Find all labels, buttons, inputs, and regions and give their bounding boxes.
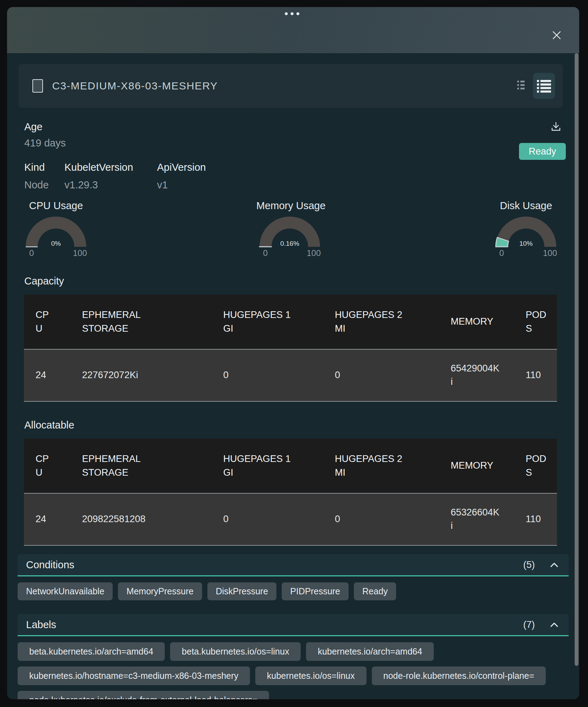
- api-version-value: v1: [157, 179, 206, 191]
- conditions-count: (5): [523, 559, 535, 570]
- allocatable-table-header: CPU EPHEMERAL STORAGE HUGEPAGES 1 GI HUG…: [24, 439, 557, 493]
- capacity-hugepages-2mi: 0: [335, 369, 340, 382]
- allocatable-memory: 65326604Ki: [451, 506, 501, 533]
- condition-chip: NetworkUnavailable: [18, 582, 113, 600]
- col-pods: PODS: [526, 308, 547, 336]
- capacity-pods: 110: [526, 369, 541, 382]
- labels-title: Labels: [26, 619, 523, 631]
- conditions-section-header[interactable]: Conditions (5): [18, 554, 569, 576]
- memory-gauge-max: 100: [307, 248, 321, 258]
- age-label: Age: [24, 121, 569, 133]
- compact-list-icon: [517, 80, 526, 92]
- node-title-card: C3-MEDIUM-X86-03-MESHERY: [19, 64, 563, 108]
- labels-collapse-button[interactable]: [548, 620, 560, 629]
- label-chip: node-role.kubernetes.io/control-plane=: [372, 667, 546, 685]
- modal-header: •••: [7, 7, 579, 53]
- node-title: C3-MEDIUM-X86-03-MESHERY: [52, 80, 218, 92]
- col-ephemeral-storage: EPHEMERAL STORAGE: [82, 452, 154, 480]
- close-icon: [551, 30, 562, 40]
- download-icon: [550, 121, 562, 132]
- allocatable-table: CPU EPHEMERAL STORAGE HUGEPAGES 1 GI HUG…: [24, 439, 557, 546]
- detailed-view-button[interactable]: [533, 73, 555, 99]
- meta-fields-row: Kind Node KubeletVersion v1.29.3 ApiVers…: [24, 162, 569, 191]
- labels-section-header[interactable]: Labels (7): [18, 614, 569, 636]
- chevron-up-icon: [550, 563, 558, 567]
- conditions-collapse-button[interactable]: [548, 560, 560, 569]
- capacity-title: Capacity: [24, 275, 569, 287]
- kubelet-version-value: v1.29.3: [64, 179, 157, 191]
- condition-chip: PIDPressure: [282, 582, 349, 600]
- label-chip: beta.kubernetes.io/arch=amd64: [18, 642, 165, 661]
- allocatable-cpu: 24: [36, 513, 46, 526]
- overview-section: Age 419 days Ready: [24, 121, 569, 149]
- api-version-label: ApiVersion: [157, 162, 206, 173]
- kind-value: Node: [24, 179, 64, 191]
- col-cpu: CPU: [36, 308, 50, 336]
- close-button[interactable]: [549, 27, 564, 43]
- labels-chips: beta.kubernetes.io/arch=amd64 beta.kuber…: [18, 642, 569, 699]
- disk-usage-gauge: Disk Usage 10% 0 100: [493, 200, 559, 259]
- conditions-title: Conditions: [26, 559, 523, 571]
- drag-handle-dots-icon: •••: [284, 8, 302, 20]
- capacity-cpu: 24: [36, 369, 46, 382]
- allocatable-table-row: 24 209822581208 0 0 65326604Ki 110: [24, 493, 557, 546]
- status-badge: Ready: [519, 143, 566, 160]
- cpu-usage-title: CPU Usage: [23, 200, 89, 212]
- col-cpu: CPU: [36, 452, 50, 480]
- capacity-table-header: CPU EPHEMERAL STORAGE HUGEPAGES 1 GI HUG…: [24, 295, 557, 349]
- allocatable-ephemeral-storage: 209822581208: [82, 513, 145, 526]
- capacity-hugepages-1gi: 0: [223, 369, 229, 382]
- capacity-ephemeral-storage: 227672072Ki: [82, 369, 138, 382]
- col-memory: MEMORY: [451, 315, 493, 329]
- cpu-usage-gauge: CPU Usage 0% 0 100: [23, 200, 89, 259]
- modal-content: C3-MEDIUM-X86-03-MESHERY: [7, 53, 579, 699]
- download-button[interactable]: [550, 121, 562, 133]
- memory-usage-gauge: Memory Usage 0.16% 0 100: [256, 200, 323, 259]
- field-api-version: ApiVersion v1: [157, 162, 206, 191]
- labels-count: (7): [523, 619, 535, 630]
- field-kind: Kind Node: [24, 162, 64, 191]
- label-chip: beta.kubernetes.io/os=linux: [170, 642, 301, 661]
- disk-gauge-min: 0: [499, 248, 504, 258]
- node-select-checkbox[interactable]: [32, 79, 43, 93]
- label-chip: kubernetes.io/os=linux: [255, 667, 366, 685]
- kubelet-version-label: KubeletVersion: [64, 162, 157, 173]
- memory-usage-value: 0.16%: [258, 240, 321, 248]
- label-chip: kubernetes.io/arch=amd64: [306, 642, 434, 661]
- condition-chip: DiskPressure: [207, 582, 277, 600]
- col-ephemeral-storage: EPHEMERAL STORAGE: [82, 308, 154, 336]
- capacity-table: CPU EPHEMERAL STORAGE HUGEPAGES 1 GI HUG…: [24, 295, 557, 402]
- memory-usage-title: Memory Usage: [256, 200, 323, 212]
- allocatable-hugepages-2mi: 0: [335, 513, 340, 526]
- usage-gauges-row: CPU Usage 0% 0 100 Memory Usage 0.16% 0 …: [18, 200, 569, 259]
- col-hugepages-2mi: HUGEPAGES 2 MI: [335, 452, 412, 480]
- disk-gauge-max: 100: [543, 248, 557, 258]
- capacity-table-row: 24 227672072Ki 0 0 65429004Ki 110: [24, 349, 557, 402]
- label-chip: kubernetes.io/hostname=c3-medium-x86-03-…: [18, 667, 250, 685]
- col-pods: PODS: [526, 452, 547, 480]
- capacity-memory: 65429004Ki: [451, 362, 501, 389]
- label-chip: node.kubernetes.io/exclude-from-external…: [18, 691, 269, 699]
- view-toggles: [513, 73, 555, 99]
- cpu-gauge-max: 100: [73, 248, 87, 258]
- age-value: 419 days: [24, 137, 569, 149]
- col-memory: MEMORY: [451, 459, 493, 473]
- cpu-gauge-min: 0: [29, 248, 34, 258]
- memory-gauge-min: 0: [263, 248, 268, 258]
- kind-label: Kind: [24, 162, 64, 173]
- cpu-usage-value: 0%: [24, 240, 88, 248]
- allocatable-title: Allocatable: [24, 419, 569, 431]
- node-details-modal: ••• C3-MEDIUM-X86-03-MESHERY: [7, 7, 579, 699]
- compact-view-button[interactable]: [513, 75, 530, 96]
- disk-usage-title: Disk Usage: [493, 200, 559, 212]
- col-hugepages-1gi: HUGEPAGES 1 GI: [223, 452, 301, 480]
- condition-chip: MemoryPressure: [118, 582, 202, 600]
- col-hugepages-1gi: HUGEPAGES 1 GI: [223, 308, 301, 336]
- condition-chip: Ready: [354, 582, 396, 600]
- chevron-up-icon: [550, 622, 558, 627]
- field-kubelet-version: KubeletVersion v1.29.3: [64, 162, 157, 191]
- allocatable-hugepages-1gi: 0: [223, 513, 229, 526]
- col-hugepages-2mi: HUGEPAGES 2 MI: [335, 308, 412, 336]
- conditions-chips: NetworkUnavailable MemoryPressure DiskPr…: [18, 582, 569, 600]
- allocatable-pods: 110: [526, 513, 541, 526]
